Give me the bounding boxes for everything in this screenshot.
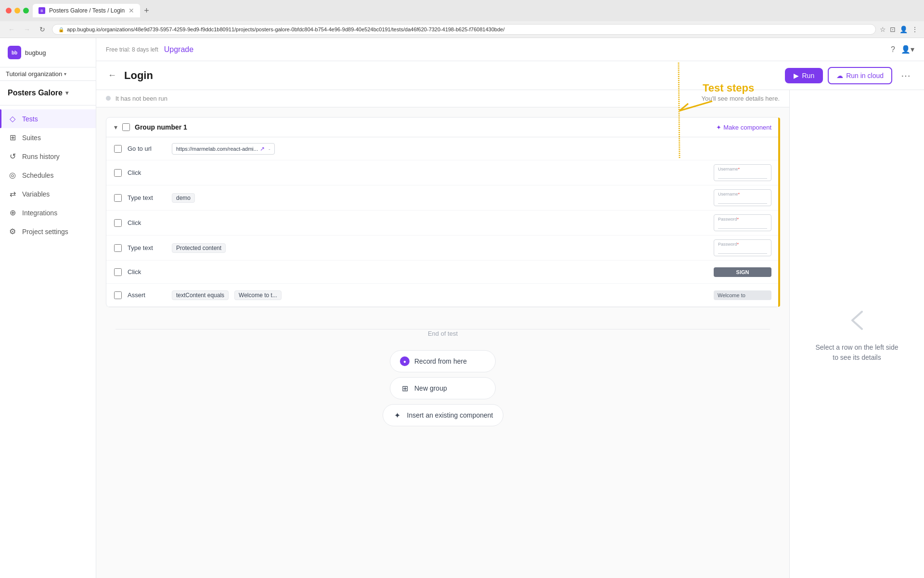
sidebar-item-variables-label: Variables (22, 190, 50, 198)
sidebar-item-tests-label: Tests (22, 115, 38, 123)
sidebar-item-runs-history[interactable]: ↺ Runs history (0, 147, 96, 166)
new-group-icon: ⊞ (400, 383, 410, 393)
group-name-label: Group number 1 (135, 123, 711, 131)
step-field-preview: Username (714, 189, 771, 206)
step-checkbox[interactable] (114, 219, 122, 227)
maximize-window-btn[interactable] (23, 8, 29, 13)
record-from-here-label: Record from here (414, 357, 467, 365)
step-checkbox[interactable] (114, 244, 122, 252)
sidebar-item-runs-history-label: Runs history (22, 153, 60, 160)
record-icon: ● (400, 356, 410, 366)
right-panel-description: Select a row on the left side to see its… (816, 342, 898, 363)
step-checkbox[interactable] (114, 268, 122, 276)
record-from-here-button[interactable]: ● Record from here (390, 350, 496, 372)
insert-component-icon: ✦ (393, 410, 402, 420)
test-step[interactable]: Click SIGN (106, 261, 779, 284)
bookmark-icon[interactable]: ☆ (880, 26, 886, 33)
test-status-bar: It has not been run You'll see more deta… (96, 90, 789, 107)
test-step[interactable]: Click Username (106, 160, 779, 185)
minimize-window-btn[interactable] (14, 8, 20, 13)
tests-icon: ◇ (8, 114, 17, 123)
page-header: ← Login ▶ Run ☁ Run in cloud ⋯ (96, 61, 924, 90)
sidebar-item-schedules-label: Schedules (22, 171, 53, 179)
extensions-icon[interactable]: ⊡ (890, 26, 896, 33)
test-editor: It has not been run You'll see more deta… (96, 90, 789, 578)
forward-btn[interactable]: → (21, 26, 33, 33)
test-step[interactable]: Assert textContent equals Welcome to t..… (106, 284, 779, 307)
close-window-btn[interactable] (6, 8, 12, 13)
browser-tab[interactable]: B Posters Galore / Tests / Login ✕ (33, 4, 140, 17)
test-step[interactable]: Click Password (106, 210, 779, 236)
group-checkbox[interactable] (122, 123, 130, 131)
user-icon[interactable]: 👤 (899, 26, 908, 33)
test-step[interactable]: Type text Protected content Password (106, 236, 779, 261)
project-name[interactable]: Posters Galore ▾ (8, 89, 88, 97)
test-step[interactable]: Type text demo Username (106, 185, 779, 210)
sidebar-item-integrations-label: Integrations (22, 209, 57, 217)
end-of-test-section: End of test (106, 315, 780, 342)
sidebar-item-project-settings-label: Project settings (22, 228, 68, 236)
group-header: ▾ Group number 1 ✦ Make component (106, 118, 779, 137)
play-icon: ▶ (794, 72, 799, 79)
new-group-button[interactable]: ⊞ New group (390, 377, 496, 399)
upgrade-link[interactable]: Upgrade (164, 45, 193, 54)
run-in-cloud-button[interactable]: ☁ Run in cloud (828, 67, 892, 84)
step-checkbox[interactable] (114, 145, 122, 153)
schedules-icon: ◎ (8, 171, 17, 180)
step-url-preview: https://marmelab.com/react-admi... ↗ - (172, 143, 275, 155)
sidebar-item-schedules[interactable]: ◎ Schedules (0, 166, 96, 184)
suites-icon: ⊞ (8, 133, 17, 142)
step-field-preview: Password (714, 214, 771, 231)
back-button[interactable]: ← (106, 68, 118, 82)
test-step[interactable]: Go to url https://marmelab.com/react-adm… (106, 137, 779, 160)
sidebar-item-integrations[interactable]: ⊕ Integrations (0, 203, 96, 222)
user-menu[interactable]: 👤▾ (901, 45, 914, 54)
step-checkbox[interactable] (114, 291, 122, 299)
new-group-label: New group (414, 384, 447, 392)
step-action-label: Type text (128, 244, 166, 251)
status-dot-icon (106, 96, 111, 101)
sidebar-item-tests[interactable]: ◇ Tests (0, 109, 96, 128)
external-link-icon[interactable]: ↗ (260, 145, 265, 152)
global-header: Free trial: 8 days left Upgrade ? 👤▾ (96, 38, 924, 61)
component-icon: ✦ (716, 124, 721, 131)
page-title: Login (124, 69, 153, 82)
select-row-arrow-icon (843, 306, 872, 337)
group-container: ▾ Group number 1 ✦ Make component (106, 117, 780, 307)
action-buttons-area: ● Record from here ⊞ New group ✦ Insert … (106, 342, 780, 434)
insert-component-button[interactable]: ✦ Insert an existing component (383, 404, 503, 426)
step-checkbox[interactable] (114, 194, 122, 202)
step-checkbox[interactable] (114, 169, 122, 177)
help-icon[interactable]: ? (891, 45, 895, 54)
new-tab-btn[interactable]: + (144, 6, 149, 16)
step-param-left: textContent equals (172, 290, 229, 300)
refresh-btn[interactable]: ↻ (37, 26, 48, 33)
menu-icon[interactable]: ⋮ (911, 26, 918, 33)
step-field-preview: Password (714, 239, 771, 256)
back-btn[interactable]: ← (6, 26, 17, 33)
address-bar[interactable]: 🔒 app.bugbug.io/organizations/48e9d739-5… (52, 24, 876, 35)
sidebar-item-variables[interactable]: ⇄ Variables (0, 184, 96, 203)
right-panel: Test steps Select a row on the left side… (789, 90, 924, 578)
test-status-text: It has not been run (116, 95, 167, 102)
more-options-button[interactable]: ⋯ (897, 68, 914, 83)
sidebar-item-suites[interactable]: ⊞ Suites (0, 128, 96, 147)
runs-history-icon: ↺ (8, 152, 17, 161)
org-chevron-icon: ▾ (64, 71, 66, 77)
run-button[interactable]: ▶ Run (785, 68, 823, 83)
brand-name: bugbug (25, 49, 46, 56)
bugbug-logo: bb (8, 46, 21, 59)
insert-component-label: Insert an existing component (407, 411, 493, 419)
step-field-preview: Username (714, 164, 771, 181)
step-param: demo (172, 193, 195, 203)
close-tab-btn[interactable]: ✕ (128, 7, 134, 14)
step-action-label: Assert (128, 291, 166, 299)
group-chevron-icon[interactable]: ▾ (114, 123, 117, 131)
make-component-btn[interactable]: ✦ Make component (716, 124, 771, 131)
tab-title: Posters Galore / Tests / Login (49, 7, 125, 14)
details-hint-text: You'll see more details here. (702, 95, 780, 102)
step-welcome-preview: Welcome to (714, 290, 771, 300)
sidebar-item-suites-label: Suites (22, 134, 41, 142)
end-of-test-label: End of test (422, 330, 463, 337)
sidebar-item-project-settings[interactable]: ⚙ Project settings (0, 222, 96, 241)
